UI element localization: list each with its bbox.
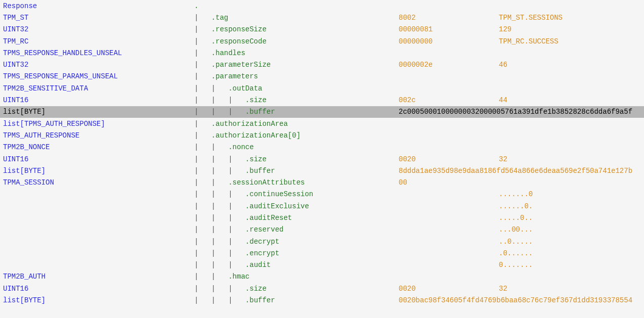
table-row[interactable]: | | | .continueSession.......0 (0, 189, 644, 200)
hex-value-cell (399, 129, 499, 141)
field-cell: | .tag (194, 12, 399, 23)
decoded-value-cell: ..0..... (499, 236, 644, 247)
type-cell: UINT16 (0, 283, 194, 294)
table-row[interactable]: UINT16| | | .size002032 (0, 153, 644, 165)
field-cell: | | | .buffer (194, 165, 399, 176)
field-cell: | | | .audit (194, 259, 399, 271)
type-cell (0, 189, 194, 200)
field-name: .responseCode (211, 37, 267, 46)
decoded-value-cell (499, 271, 644, 283)
hex-value-cell (399, 236, 499, 247)
field-name: .responseSize (211, 25, 267, 33)
tree-indent: | (194, 72, 211, 80)
type-cell (0, 212, 194, 223)
type-cell (0, 224, 194, 236)
table-row[interactable]: UINT32| .responseSize00000081129 (0, 24, 644, 35)
tree-indent: | (194, 49, 211, 57)
table-row[interactable]: TPMS_RESPONSE_HANDLES_UNSEAL| .handles (0, 47, 644, 59)
tree-indent: | | | (194, 190, 245, 198)
field-name: .parameterSize (211, 61, 271, 69)
hex-value-cell: 00000000 (399, 35, 499, 47)
hex-value-cell (399, 247, 499, 259)
decoded-value-cell (499, 176, 644, 188)
table-row[interactable]: TPM2B_SENSITIVE_DATA| | .outData (0, 82, 644, 94)
decoded-value-cell (499, 47, 644, 59)
decoded-value-cell (499, 82, 644, 94)
table-row[interactable]: | | | .auditReset.....0.. (0, 212, 644, 223)
table-row[interactable]: Response. (0, 0, 644, 12)
field-name: .buffer (245, 296, 275, 304)
type-cell: UINT16 (0, 94, 194, 106)
table-row[interactable]: TPM2B_NONCE| | .nonce (0, 142, 644, 153)
table-row[interactable]: TPMS_RESPONSE_PARAMS_UNSEAL| .parameters (0, 71, 644, 82)
table-row[interactable]: list[TPMS_AUTH_RESPONSE]| .authorization… (0, 118, 644, 129)
decoded-value-cell (499, 0, 644, 12)
hex-value-cell: 2c00050001000000032000005761a391dfe1b385… (399, 106, 644, 118)
hex-value-cell: 0020 (399, 153, 499, 165)
hex-value-cell (399, 200, 499, 212)
decoded-value-cell: 44 (499, 94, 644, 106)
field-cell: | | | .continueSession (194, 189, 399, 200)
hex-value-cell (399, 224, 499, 236)
field-cell: | | | .buffer (194, 106, 399, 118)
table-row[interactable]: list[BYTE]| | | .buffer2c000500010000000… (0, 106, 644, 118)
tree-indent: | | | (194, 296, 245, 304)
type-cell: TPMS_RESPONSE_HANDLES_UNSEAL (0, 47, 194, 59)
table-row[interactable]: TPMS_AUTH_RESPONSE| .authorizationArea[0… (0, 129, 644, 141)
hex-value-cell: 00 (399, 176, 499, 188)
field-cell: | .parameterSize (194, 59, 399, 70)
type-cell: TPM2B_AUTH (0, 271, 194, 283)
type-cell: list[BYTE] (0, 165, 194, 176)
table-row[interactable]: TPM_ST| .tag8002TPM_ST.SESSIONS (0, 12, 644, 23)
type-cell (0, 200, 194, 212)
decoded-value-cell: 129 (499, 24, 644, 35)
type-cell: Response (0, 0, 194, 12)
field-name: .decrypt (245, 238, 279, 246)
type-cell: TPM2B_SENSITIVE_DATA (0, 82, 194, 94)
type-cell: TPM2B_NONCE (0, 142, 194, 153)
field-name: .audit (245, 261, 271, 269)
hex-value-cell (399, 271, 499, 283)
table-row[interactable]: list[BYTE]| | | .buffer0020bac98f34605f4… (0, 294, 644, 306)
type-cell: UINT16 (0, 153, 194, 165)
tree-indent: | | (194, 143, 228, 151)
decoded-value-cell (499, 118, 644, 129)
table-row[interactable]: list[BYTE]| | | .buffer8ddda1ae935d98e9d… (0, 165, 644, 176)
table-row[interactable]: TPM2B_AUTH| | .hmac (0, 271, 644, 283)
decoded-value-cell: ...00... (499, 224, 644, 236)
decoded-value-cell: ......0. (499, 200, 644, 212)
field-name: .buffer (245, 167, 275, 175)
type-cell (0, 259, 194, 271)
table-row[interactable]: UINT32| .parameterSize0000002e46 (0, 59, 644, 70)
tree-indent: | | | (194, 155, 245, 163)
tree-indent: | | (194, 272, 228, 281)
tree-indent: | (194, 61, 211, 69)
field-cell: | | .outData (194, 82, 399, 94)
table-row[interactable]: TPMA_SESSION| | .sessionAttributes00 (0, 176, 644, 188)
table-row[interactable]: | | | .decrypt..0..... (0, 236, 644, 247)
table-row[interactable]: | | | .encrypt.0...... (0, 247, 644, 259)
field-name: .encrypt (245, 249, 279, 257)
tree-indent: | (194, 25, 211, 33)
table-row[interactable]: | | | .auditExclusive......0. (0, 200, 644, 212)
table-row[interactable]: TPM_RC| .responseCode00000000TPM_RC.SUCC… (0, 35, 644, 47)
table-row[interactable]: UINT16| | | .size002c44 (0, 94, 644, 106)
table-row[interactable]: UINT16| | | .size002032 (0, 283, 644, 294)
table-row[interactable]: | | | .reserved...00... (0, 224, 644, 236)
field-name: .authorizationArea (211, 120, 288, 128)
field-name: .size (245, 285, 267, 293)
field-name: .outData (228, 84, 262, 93)
hex-value-cell: 0000002e (399, 59, 499, 70)
field-cell: | | | .buffer (194, 294, 399, 306)
table-row[interactable]: | | | .audit0....... (0, 259, 644, 271)
field-cell: | | | .decrypt (194, 236, 399, 247)
field-name: .buffer (245, 108, 275, 116)
field-name: .hmac (228, 272, 249, 281)
tree-indent: | (194, 120, 211, 128)
decoded-value-cell: 32 (499, 153, 644, 165)
hex-value-cell (399, 47, 499, 59)
field-name: .reserved (245, 225, 284, 234)
decoded-value-cell (499, 129, 644, 141)
tree-indent: | | | (194, 167, 245, 175)
field-cell: . (194, 0, 399, 12)
